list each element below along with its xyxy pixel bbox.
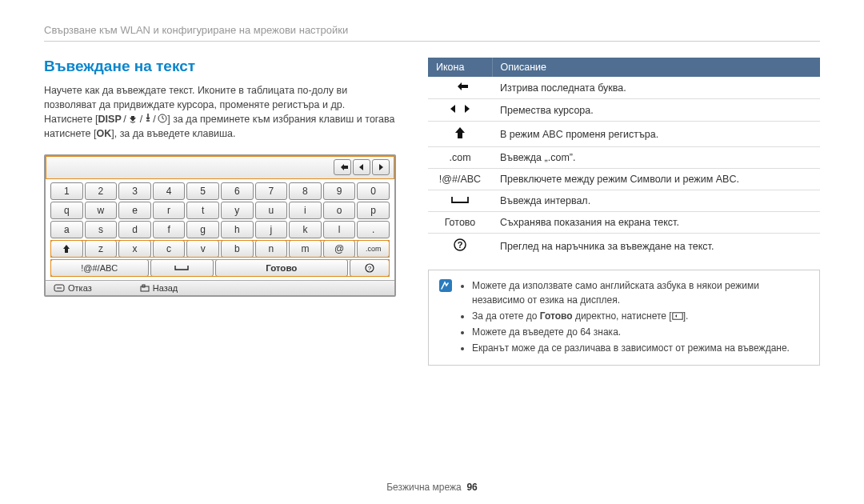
breadcrumb: Свързване към WLAN и конфигуриране на мр…: [44, 24, 820, 36]
note-icon: [438, 278, 453, 357]
kbd-shift-icon[interactable]: [50, 240, 83, 258]
kbd-key[interactable]: 8: [289, 182, 322, 200]
kbd-key[interactable]: 7: [255, 182, 288, 200]
kbd-key[interactable]: i: [289, 202, 322, 219]
svg-rect-9: [672, 313, 682, 319]
kbd-key[interactable]: d: [118, 221, 151, 238]
kbd-key[interactable]: n: [255, 240, 288, 258]
note-line: Екранът може да се различава в зависимос…: [472, 341, 810, 355]
row-desc: Превключете между режим Символи и режим …: [492, 169, 820, 190]
kbd-key[interactable]: c: [153, 240, 186, 258]
kbd-key[interactable]: 9: [323, 182, 356, 200]
note-line: Можете да въведете до 64 знака.: [472, 325, 810, 339]
kbd-key[interactable]: t: [186, 202, 219, 219]
kbd-key[interactable]: .: [357, 221, 390, 238]
intro-text: Научете как да въвеждате текст. Иконите …: [44, 83, 396, 142]
kbd-key[interactable]: u: [255, 202, 288, 219]
row-desc: Премества курсора.: [492, 99, 820, 122]
row-desc: Въвежда интервал.: [492, 190, 820, 212]
kbd-left-icon[interactable]: [353, 159, 370, 175]
kbd-input-mode[interactable]: !@#/ABC: [50, 259, 149, 277]
note-line: За да отете до Готово директно, натиснет…: [472, 309, 810, 323]
table-row: ?Преглед на наръчника за въвеждане на те…: [428, 234, 820, 259]
row-icon: Готово: [428, 212, 492, 234]
kbd-key[interactable]: .com: [357, 240, 390, 258]
kbd-cancel[interactable]: Отказ: [54, 283, 92, 293]
kbd-key[interactable]: m: [289, 240, 322, 258]
row-icon: [428, 190, 492, 212]
table-row: В режим ABC променя регистъра.: [428, 122, 820, 147]
kbd-key[interactable]: e: [118, 202, 151, 219]
kbd-key[interactable]: j: [255, 221, 288, 238]
svg-text:?: ?: [458, 240, 463, 250]
table-row: .comВъвежда „.com”.: [428, 147, 820, 169]
kbd-key[interactable]: 1: [50, 182, 83, 200]
svg-rect-8: [439, 279, 452, 292]
divider: [44, 41, 820, 42]
row-icon: .com: [428, 147, 492, 169]
kbd-key[interactable]: p: [357, 202, 390, 219]
kbd-right-icon[interactable]: [372, 159, 390, 175]
kbd-key[interactable]: s: [85, 221, 118, 238]
kbd-key[interactable]: @: [323, 240, 356, 258]
kbd-key[interactable]: b: [221, 240, 254, 258]
kbd-key[interactable]: 4: [153, 182, 186, 200]
table-row: !@#/ABCПревключете между режим Символи и…: [428, 169, 820, 190]
row-desc: Съхранява показания на екрана текст.: [492, 212, 820, 234]
svg-text:?: ?: [368, 265, 372, 272]
kbd-key[interactable]: x: [118, 240, 151, 258]
row-desc: В режим ABC променя регистъра.: [492, 122, 820, 147]
note-line: Можете да използвате само английската аз…: [472, 278, 810, 307]
table-row: ГотовоСъхранява показания на екрана текс…: [428, 212, 820, 234]
kbd-key[interactable]: f: [153, 221, 186, 238]
kbd-space[interactable]: [150, 259, 214, 277]
col-icon: Икона: [428, 58, 492, 77]
page-footer: Безжична мрежа 96: [0, 482, 864, 493]
kbd-key[interactable]: o: [323, 202, 356, 219]
row-icon: ?: [428, 234, 492, 259]
onscreen-keyboard: 1234567890 qwertyuiop asdfghjkl. zxcvbnm…: [44, 154, 396, 297]
kbd-back[interactable]: Назад: [140, 283, 178, 293]
kbd-key[interactable]: 3: [118, 182, 151, 200]
note-box: Можете да използвате само английската аз…: [428, 270, 820, 366]
kbd-key[interactable]: 6: [221, 182, 254, 200]
kbd-key[interactable]: z: [85, 240, 118, 258]
table-row: Премества курсора.: [428, 99, 820, 122]
col-desc: Описание: [492, 58, 820, 77]
kbd-key[interactable]: g: [186, 221, 219, 238]
kbd-key[interactable]: 0: [357, 182, 390, 200]
row-icon: !@#/ABC: [428, 169, 492, 190]
kbd-backspace-icon[interactable]: [334, 159, 351, 175]
row-icon: [428, 122, 492, 147]
kbd-key[interactable]: r: [153, 202, 186, 219]
kbd-key[interactable]: l: [323, 221, 356, 238]
kbd-key[interactable]: y: [221, 202, 254, 219]
kbd-key[interactable]: 5: [186, 182, 219, 200]
row-desc: Изтрива последната буква.: [492, 77, 820, 99]
row-icon: [428, 99, 492, 122]
kbd-done[interactable]: Готово: [215, 259, 348, 277]
table-row: Изтрива последната буква.: [428, 77, 820, 99]
kbd-key[interactable]: h: [221, 221, 254, 238]
keyboard-nav-row: [46, 156, 394, 179]
kbd-key[interactable]: k: [289, 221, 322, 238]
row-desc: Въвежда „.com”.: [492, 147, 820, 169]
icon-table: Икона Описание Изтрива последната буква.…: [428, 58, 820, 258]
table-row: Въвежда интервал.: [428, 190, 820, 212]
section-title: Въвеждане на текст: [44, 58, 396, 75]
kbd-key[interactable]: v: [186, 240, 219, 258]
kbd-key[interactable]: w: [85, 202, 118, 219]
row-desc: Преглед на наръчника за въвеждане на тек…: [492, 234, 820, 259]
kbd-key[interactable]: a: [50, 221, 83, 238]
kbd-key[interactable]: 2: [85, 182, 118, 200]
row-icon: [428, 77, 492, 99]
kbd-key[interactable]: q: [50, 202, 83, 219]
kbd-help[interactable]: ?: [350, 259, 390, 277]
